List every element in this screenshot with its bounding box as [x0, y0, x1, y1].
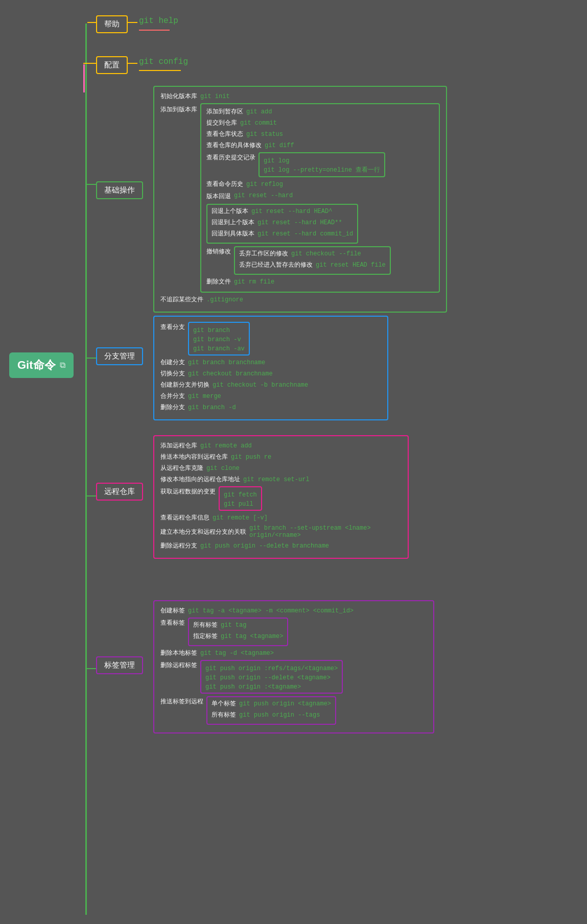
cmd-refs-tags: git push origin :refs/tags/<tagname>: [205, 663, 338, 672]
row-create-branch: 创建分支 git branch branchname: [160, 358, 381, 367]
row-reflog: 查看命令历史 git reflog: [206, 180, 434, 188]
row-rm: 删除文件 git rm file: [206, 277, 434, 286]
cmd-delete-branch: git branch -d: [188, 404, 236, 411]
cmd-delete-remote-branch: git push origin --delete branchname: [200, 542, 329, 550]
basics-add-section: 添加到版本库 添加到暂存区 git add 提交到仓库 git commit 查…: [160, 103, 440, 293]
row-reset-head1: 回退上个版本 git reset --hard HEAD^: [212, 207, 353, 216]
help-node: 帮助: [96, 15, 128, 33]
delete-remote-tags-sub: git push origin :refs/tags/<tagname> git…: [200, 660, 343, 694]
lbl-undo: 撤销修改: [206, 247, 231, 256]
cmd-remote-v: git remote [-v]: [213, 514, 268, 522]
lbl-remote-v: 查看远程仓库信息: [160, 513, 209, 522]
help-cmd: git help: [139, 16, 178, 26]
lbl-reset-commit: 回退到具体版本: [212, 229, 254, 238]
cmd-all-tags: git tag: [221, 622, 246, 629]
copy-icon: ⧉: [60, 361, 65, 370]
cmd-gitignore: .gitignore: [206, 296, 243, 303]
lbl-checkout-file: 丢弃工作区的修改: [239, 249, 288, 258]
cmd-diff: git diff: [265, 142, 294, 149]
lbl-create-tag: 创建标签: [160, 606, 185, 615]
lbl-push-re: 推送本地内容到远程仓库: [160, 453, 228, 461]
basics-gitignore-row: 不追踪某些文件 .gitignore: [160, 295, 440, 304]
cmd-create-tag: git tag -a <tagname> -m <comment> <commi…: [188, 607, 354, 614]
help-connector: [87, 22, 96, 23]
lbl-merge: 合并分支: [160, 392, 185, 400]
row-set-upstream: 建立本地分支和远程分支的关联 git branch --set-upstream…: [160, 525, 402, 539]
branch-node: 分支管理: [96, 347, 143, 365]
green-main-line: [85, 23, 87, 915]
fetch-sub: git fetch git pull: [219, 486, 262, 511]
lbl-switch-branch: 切换分支: [160, 369, 185, 378]
lbl-view-branch: 查看分支: [160, 323, 185, 331]
git-title-box: Git命令 ⧉: [9, 352, 74, 378]
lbl-create-switch: 创建新分支并切换: [160, 381, 209, 389]
basics-init-label: 初始化版本库: [160, 92, 197, 101]
row-view-tags: 查看标签 所有标签 git tag 指定标签 git tag <tagname>: [160, 618, 427, 646]
row-delete-remote-tags: 删除远程标签 git push origin :refs/tags/<tagna…: [160, 660, 427, 694]
row-reset-head2: 回退到上个版本 git reset --hard HEAD**: [212, 218, 353, 227]
row-single-tag: 单个标签 git push origin <tagname>: [212, 699, 331, 708]
lbl-single-tag: 单个标签: [212, 699, 236, 708]
cmd-reset-head2: git reset --hard HEAD**: [257, 219, 342, 226]
tags-container: 创建标签 git tag -a <tagname> -m <comment> <…: [153, 600, 434, 733]
undo-sub-container: 丢弃工作区的修改 git checkout --file 丢弃已经进入暂存去的修…: [234, 246, 391, 275]
lbl-view-tags: 查看标签: [160, 619, 185, 627]
row-reset-commit: 回退到具体版本 git reset --hard commit_id: [212, 229, 353, 238]
tags-node: 标签管理: [96, 656, 143, 674]
remote-node: 远程仓库: [96, 483, 143, 501]
cmd-branch-av: git branch -av: [193, 343, 245, 352]
row-merge: 合并分支 git merge: [160, 392, 381, 400]
lbl-create-branch: 创建分支: [160, 358, 185, 367]
row-checkout-file: 丢弃工作区的修改 git checkout --file: [239, 249, 386, 258]
remote-connector: [85, 495, 96, 496]
cmd-reflog: git reflog: [246, 181, 283, 188]
cmd-fetch: git fetch: [224, 489, 257, 499]
row-push-re: 推送本地内容到远程仓库 git push re: [160, 453, 402, 461]
row-undo-section: 撤销修改 丢弃工作区的修改 git checkout --file 丢弃已经进入…: [206, 246, 434, 275]
lbl-delete-branch: 删除分支: [160, 403, 185, 412]
row-push-tags: 推送标签到远程 单个标签 git push origin <tagname> 所…: [160, 696, 427, 725]
row-diff: 查看仓库的具体修改 git diff: [206, 141, 434, 150]
help-h-line: [127, 22, 137, 23]
row-delete-branch: 删除分支 git branch -d: [160, 403, 381, 412]
row-fetch-section: 获取远程数据的变更 git fetch git pull: [160, 486, 402, 511]
lbl-log-history: 查看历史提交记录: [206, 153, 255, 162]
basics-init-row: 初始化版本库 git init: [160, 92, 440, 101]
lbl-reset: 版本回退: [206, 192, 231, 201]
view-tags-sub: 所有标签 git tag 指定标签 git tag <tagname>: [188, 618, 288, 646]
row-specific-tag: 指定标签 git tag <tagname>: [193, 632, 283, 641]
row-status: 查看仓库状态 git status: [206, 130, 434, 138]
cmd-single-tag: git push origin <tagname>: [239, 700, 331, 707]
cmd-rm: git rm file: [234, 278, 274, 286]
lbl-specific-tag: 指定标签: [193, 632, 218, 641]
config-underline: [139, 70, 181, 71]
cmd-reset-hard: git reset --hard: [234, 192, 293, 199]
pink-line: [83, 64, 85, 92]
row-remote-add: 添加远程仓库 git remote add: [160, 441, 402, 450]
cmd-set-url: git remote set-url: [243, 476, 310, 483]
cmd-specific-tag: git tag <tagname>: [221, 633, 283, 640]
cmd-commit: git commit: [240, 120, 277, 127]
lbl-add: 添加到暂存区: [206, 107, 243, 116]
lbl-reset-head2: 回退到上个版本: [212, 218, 254, 227]
basics-connector: [85, 184, 96, 185]
lbl-reset-head1: 回退上个版本: [212, 207, 248, 216]
config-connector: [83, 63, 96, 64]
remote-container: 添加远程仓库 git remote add 推送本地内容到远程仓库 git pu…: [153, 435, 409, 559]
cmd-create-switch: git checkout -b branchname: [213, 382, 308, 389]
basics-container: 初始化版本库 git init 添加到版本库 添加到暂存区 git add 提交…: [153, 86, 447, 313]
cmd-all-tags-push: git push origin --tags: [239, 712, 320, 719]
cmd-checkout-file: git checkout --file: [291, 250, 361, 257]
lbl-delete-local-tag: 删除本地标签: [160, 649, 197, 657]
lbl-push-tags: 推送标签到远程: [160, 697, 203, 706]
row-clone: 从远程仓库克隆 git clone: [160, 464, 402, 472]
reset-sub-container: 回退上个版本 git reset --hard HEAD^ 回退到上个版本 gi…: [206, 204, 358, 244]
row-delete-remote-branch: 删除远程分支 git push origin --delete branchna…: [160, 541, 402, 550]
lbl-reflog: 查看命令历史: [206, 180, 243, 188]
tags-connector: [85, 668, 96, 669]
mindmap-container: Git命令 ⧉ 帮助 git help 配置 git config 基础操作 初…: [0, 0, 587, 924]
row-switch-branch: 切换分支 git checkout branchname: [160, 369, 381, 378]
config-cmd: git config: [139, 57, 188, 66]
cmd-clone: git clone: [206, 465, 240, 472]
row-commit: 提交到仓库 git commit: [206, 119, 434, 127]
